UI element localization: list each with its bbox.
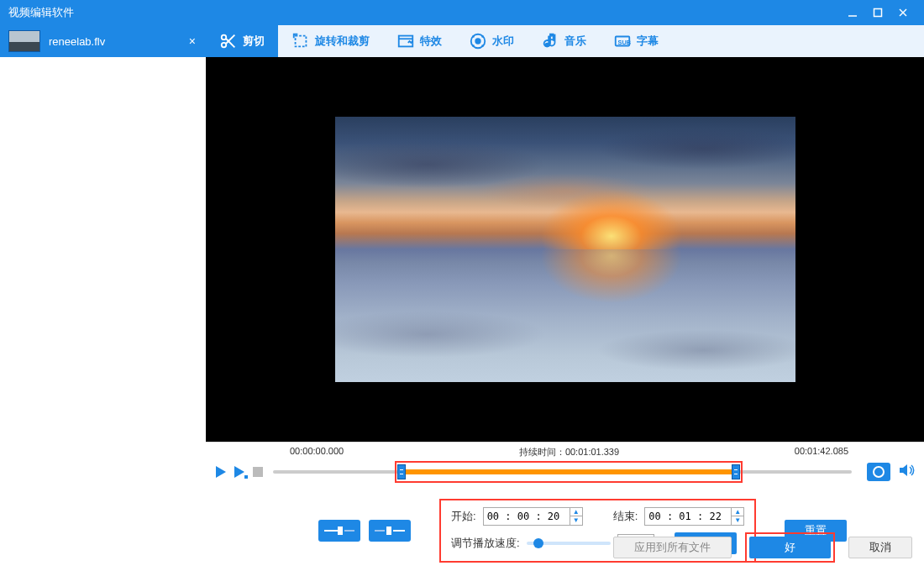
tab-effect-label: 特效 — [420, 34, 442, 49]
end-spin-up[interactable]: ▲ — [732, 508, 743, 516]
duration-value: 00:01:01.339 — [565, 447, 619, 457]
music-icon — [541, 32, 559, 50]
tab-watermark-label: 水印 — [492, 34, 514, 49]
crop-icon — [291, 32, 310, 50]
minimize-button[interactable] — [840, 4, 865, 21]
tab-subtitle[interactable]: SUB 字幕 — [600, 25, 672, 57]
tab-watermark[interactable]: 水印 — [455, 25, 528, 57]
svg-point-5 — [222, 43, 227, 48]
play-next-button[interactable] — [233, 465, 248, 479]
effect-icon — [396, 32, 415, 50]
set-start-button[interactable] — [318, 520, 360, 542]
speed-slider-knob[interactable] — [533, 538, 543, 548]
controls-panel: 开始: ▲▼ 结束: ▲▼ 调节播放速度: — [206, 484, 924, 571]
snapshot-button[interactable] — [867, 463, 890, 481]
watermark-icon — [469, 32, 487, 50]
tab-cut-label: 剪切 — [243, 34, 265, 49]
titlebar: 视频编辑软件 — [0, 0, 924, 25]
svg-rect-21 — [338, 526, 343, 535]
svg-rect-24 — [386, 526, 391, 535]
ok-highlight: 好 — [745, 532, 835, 563]
timeline-start-time: 00:00:00.000 — [290, 446, 344, 458]
file-thumbnail — [8, 30, 40, 52]
video-preview[interactable] — [206, 57, 924, 442]
file-close-button[interactable]: × — [179, 34, 206, 48]
svg-text:SUB: SUB — [618, 39, 631, 46]
stop-button[interactable] — [253, 467, 263, 477]
tab-music-label: 音乐 — [564, 34, 586, 49]
timeline-end-time: 00:01:42.085 — [795, 446, 848, 458]
svg-marker-16 — [216, 466, 226, 478]
tab-rotate[interactable]: 旋转和裁剪 — [278, 25, 383, 57]
start-spin-up[interactable]: ▲ — [570, 508, 582, 516]
apply-all-button[interactable]: 应用到所有文件 — [613, 537, 732, 558]
start-time-input[interactable]: ▲▼ — [483, 507, 583, 526]
timeline: 00:00:00.000 持续时间：00:01:01.339 00:01:42.… — [206, 442, 924, 484]
cancel-button[interactable]: 取消 — [848, 537, 912, 558]
volume-button[interactable] — [899, 463, 916, 481]
scissors-icon — [219, 32, 238, 50]
end-spin-down[interactable]: ▼ — [732, 516, 743, 525]
svg-point-13 — [545, 43, 550, 48]
set-end-button[interactable] — [369, 520, 411, 542]
svg-rect-18 — [244, 475, 248, 479]
play-button[interactable] — [214, 465, 228, 479]
svg-marker-17 — [234, 466, 244, 478]
start-label: 开始: — [451, 509, 476, 524]
sidebar: reneelab.flv × — [0, 25, 206, 571]
video-frame — [335, 117, 795, 382]
subtitle-icon: SUB — [613, 32, 632, 50]
svg-marker-19 — [900, 464, 907, 476]
end-label: 结束: — [613, 509, 638, 524]
close-button[interactable] — [890, 4, 916, 21]
svg-point-4 — [222, 35, 227, 40]
file-name: reneelab.flv — [49, 35, 179, 48]
svg-rect-1 — [874, 9, 882, 17]
end-time-field[interactable] — [645, 511, 731, 522]
tab-cut[interactable]: 剪切 — [206, 25, 278, 57]
duration-label: 持续时间： — [519, 447, 565, 457]
toolbar: 剪切 旋转和裁剪 特效 水印 音乐 SUB 字幕 — [206, 25, 924, 57]
svg-point-12 — [475, 39, 480, 44]
ok-button[interactable]: 好 — [749, 537, 831, 558]
start-time-field[interactable] — [484, 511, 570, 522]
app-title: 视频编辑软件 — [8, 5, 74, 20]
tab-music[interactable]: 音乐 — [528, 25, 600, 57]
tab-subtitle-label: 字幕 — [637, 34, 659, 49]
svg-rect-8 — [296, 36, 307, 47]
start-spin-down[interactable]: ▼ — [570, 516, 582, 525]
tab-effect[interactable]: 特效 — [383, 25, 455, 57]
selection-start-handle[interactable] — [397, 464, 406, 479]
tab-rotate-label: 旋转和裁剪 — [315, 34, 370, 49]
speed-slider[interactable] — [527, 542, 611, 545]
end-time-input[interactable]: ▲▼ — [644, 507, 744, 526]
maximize-button[interactable] — [865, 4, 890, 21]
selection-end-handle[interactable] — [732, 464, 740, 479]
timeline-track[interactable] — [273, 464, 852, 479]
file-tab[interactable]: reneelab.flv × — [0, 25, 206, 57]
speed-label: 调节播放速度: — [451, 536, 520, 551]
